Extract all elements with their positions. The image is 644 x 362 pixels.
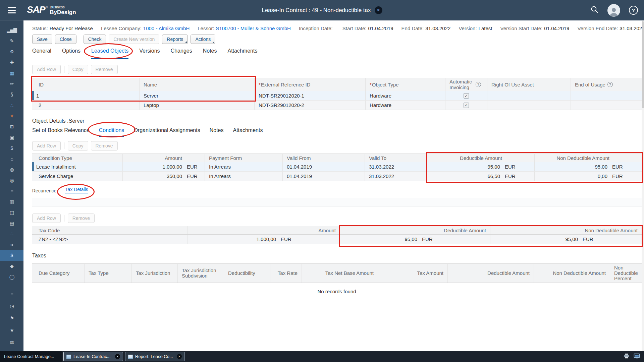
sidebar-item-share[interactable]: ✳ [0, 111, 23, 121]
table-row[interactable]: Lease Installment 1.000,00EUR In Arrears… [32, 162, 642, 172]
menu-icon[interactable] [0, 0, 23, 20]
tax-details-empty-strip [32, 198, 642, 206]
tab-changes[interactable]: Changes [171, 48, 192, 59]
table-row[interactable]: Service Charge 350,00EUR In Arrears 01.0… [32, 172, 642, 181]
sidebar-item-contacts[interactable]: ∴ [0, 100, 23, 111]
display-icon[interactable] [634, 353, 640, 360]
cell-right-of-use-asset [487, 91, 571, 100]
actions-button[interactable]: Actions [191, 35, 215, 44]
lessee-company-link[interactable]: 1000 - Almika GmbH [143, 25, 190, 31]
copy-button: Copy [68, 141, 88, 150]
taskbar-tab-lease-contract-management[interactable]: Lease Contract Manage... [0, 351, 62, 362]
products-icon: ◆ [10, 264, 13, 268]
sidebar-item-compliance[interactable]: ⚖ [0, 336, 23, 348]
sidebar-item-status[interactable]: ◯ [0, 272, 23, 282]
sidebar-item-projects[interactable]: ▣ [0, 132, 23, 143]
version-label: Version: [459, 25, 477, 31]
sidebar-item-lists[interactable]: ≡ [0, 288, 23, 300]
table-header-row: ID Name *External Reference ID *Object T… [32, 78, 642, 91]
reports-button[interactable]: Reports [162, 35, 188, 44]
tab-options[interactable]: Options [62, 48, 80, 59]
tab-versions[interactable]: Versions [139, 48, 160, 59]
tab-attachments[interactable]: Attachments [227, 48, 257, 59]
tab-attachments[interactable]: Attachments [233, 127, 263, 137]
close-contract-icon[interactable]: ✕ [375, 6, 382, 14]
help-icon[interactable]: ? [629, 6, 638, 15]
sidebar-item-finance[interactable]: $ [0, 250, 23, 261]
tab-general[interactable]: General [32, 48, 51, 59]
sidebar-item-audit[interactable]: ◎ [0, 175, 23, 186]
copy-button: Copy [68, 65, 88, 74]
sidebar-item-org-chart[interactable]: ∴ [0, 229, 23, 239]
compliance-icon: ⚖ [10, 340, 14, 345]
sidebar-item-company[interactable]: ◫ [0, 207, 23, 218]
check-button[interactable]: Check [84, 35, 106, 44]
taskbar-tab-lease-in-contract[interactable]: Lease-In Contrac... ✕ [63, 352, 123, 361]
sidebar-item-documents[interactable]: ▤ [0, 218, 23, 229]
help-icon[interactable]: ? [476, 82, 481, 87]
cell-end-of-usage [571, 101, 642, 110]
vertical-scrollbar[interactable] [642, 20, 644, 351]
no-records-message: No records found [32, 283, 642, 300]
sidebar-item-invoices[interactable]: § [0, 89, 23, 100]
tab-notes[interactable]: Notes [210, 127, 224, 137]
sidebar-item-world[interactable]: ◍ [0, 164, 23, 175]
sidebar-item-calendar[interactable]: ⊞ [0, 121, 23, 132]
toolbar-separator [64, 215, 64, 222]
sidebar-item-statistics[interactable]: ≈ [0, 239, 23, 250]
sidebar-item-bank[interactable]: ▥ [0, 196, 23, 207]
sidebar-item-edit[interactable]: ✎ [0, 36, 23, 46]
column-valid-to: Valid To [365, 154, 427, 162]
cell-automatic-invoicing: ✓ [445, 91, 487, 100]
cell-non-deductible-amount: 0,00EUR [534, 172, 642, 181]
taskbar-tab-report[interactable]: Report: Lease Co... ✕ [125, 352, 185, 361]
sidebar-item-products[interactable]: ◆ [0, 261, 23, 272]
cell-amount: 350,00EUR [122, 172, 205, 181]
avatar[interactable] [607, 4, 620, 17]
tab-set-of-books-relevance[interactable]: Set of Books Relevance [32, 127, 90, 137]
audit-icon: ◎ [10, 178, 13, 183]
remove-button: Remove [68, 214, 95, 223]
tab-notes[interactable]: Notes [203, 48, 217, 59]
sidebar-item-analytics[interactable]: ▂▅▇ [0, 25, 23, 36]
sidebar-item-payments[interactable]: $ [0, 143, 23, 154]
tab-tax-details[interactable]: Tax Details [65, 187, 88, 193]
sidebar-item-flag[interactable]: ⚑ [0, 312, 23, 324]
worklist-icon: ≡ [10, 189, 13, 193]
table-row[interactable]: 2 Laptop NDT-SR29012020-2 Hardware ✓ [32, 101, 642, 110]
tab-conditions[interactable]: Conditions [99, 127, 124, 137]
settings-icon: ⚙ [10, 49, 14, 54]
page-title: Lease-In Contract : 49 - Non-deductible … [262, 7, 371, 14]
printer-icon[interactable] [624, 353, 630, 360]
tab-leased-objects[interactable]: Leased Objects [91, 48, 128, 59]
column-tax-net-base-amount: Tax Net Base Amount [302, 264, 378, 283]
sidebar-item-home[interactable]: ⌂ [0, 154, 23, 164]
sidebar-item-services[interactable]: ✚ [0, 57, 23, 68]
sap-logo: SAP ® Business ByDesign [27, 5, 76, 15]
sidebar-item-favorites[interactable]: ★ [0, 324, 23, 336]
lessor-link[interactable]: S100700 - Müller & Söhne GmbH [216, 25, 290, 31]
tab-recurrence[interactable]: Recurrence [32, 188, 56, 193]
version-start-date-value: 01.04.2019 [544, 25, 569, 31]
object-details-tab-strip: Set of Books Relevance Conditions Organi… [23, 127, 644, 137]
sidebar-item-settings[interactable]: ⚙ [0, 46, 23, 57]
object-details-heading: Object Details :Server [32, 118, 644, 124]
search-icon[interactable] [590, 5, 599, 15]
sidebar-item-history[interactable]: ◷ [0, 300, 23, 312]
table-row[interactable]: ZN2 - <ZN2> 1.000,00EUR 95,00EUR 95,00EU… [32, 235, 642, 244]
close-tab-icon[interactable]: ✕ [115, 354, 120, 359]
cell-non-deductible-amount: 95,00EUR [490, 235, 642, 244]
help-icon[interactable]: ? [607, 82, 613, 87]
save-button[interactable]: Save [32, 35, 52, 44]
sidebar-item-compose[interactable]: ✏ [0, 78, 23, 89]
sidebar-item-gallery[interactable]: ▦ [0, 68, 23, 78]
sidebar-item-worklist[interactable]: ≡ [0, 186, 23, 196]
version-end-date-label: Version End Date: [577, 25, 618, 31]
close-tab-icon[interactable]: ✕ [177, 354, 182, 359]
tab-organizational-assignments[interactable]: Organizational Assignments [133, 127, 200, 137]
start-date-label: Start Date: [342, 25, 367, 31]
toolbar-separator [64, 142, 64, 149]
table-row[interactable]: 1 Server NDT-SR29012020-1 Hardware ✓ [32, 91, 642, 101]
column-right-of-use-asset: Right Of Use Asset [487, 78, 571, 91]
scrollbar-thumb[interactable] [642, 21, 644, 108]
